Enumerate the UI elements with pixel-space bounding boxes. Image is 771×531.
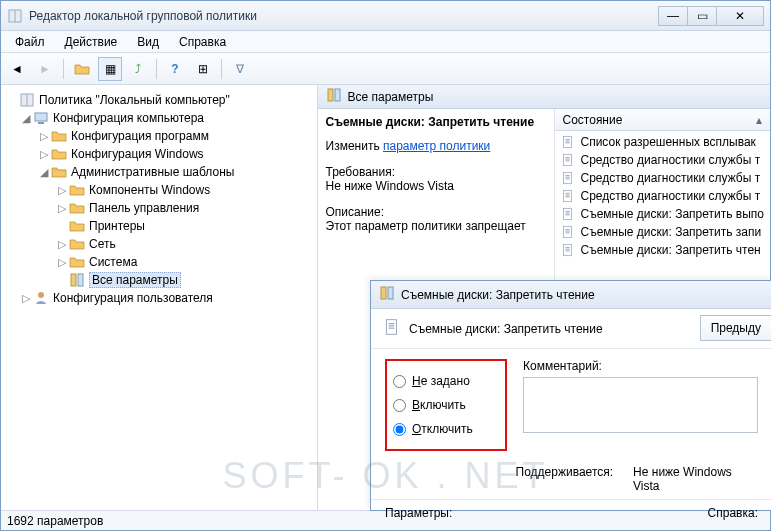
pc-icon xyxy=(33,110,49,126)
list-item[interactable]: Съемные диски: Запретить запи xyxy=(555,223,771,241)
tree-label: Конфигурация пользователя xyxy=(53,291,213,305)
tree-printers[interactable]: Принтеры xyxy=(5,217,313,235)
column-header-state[interactable]: Состояние ▴ xyxy=(555,109,771,131)
tree-root[interactable]: Политика "Локальный компьютер" xyxy=(5,91,313,109)
tree-windows-components[interactable]: ▷Компоненты Windows xyxy=(5,181,313,199)
tree-user-config[interactable]: ▷Конфигурация пользователя xyxy=(5,289,313,307)
list-item[interactable]: Средство диагностики службы т xyxy=(555,187,771,205)
menu-file[interactable]: Файл xyxy=(5,33,55,51)
list-item-label: Список разрешенных всплывак xyxy=(581,135,756,149)
tree-label: Конфигурация Windows xyxy=(71,147,204,161)
tool-folder-button[interactable] xyxy=(70,57,94,81)
dialog-header: Съемные диски: Запретить чтение Предыду xyxy=(371,309,771,349)
comment-label: Комментарий: xyxy=(523,359,758,373)
tree-label: Политика "Локальный компьютер" xyxy=(39,93,230,107)
previous-button[interactable]: Предыду xyxy=(700,315,771,341)
tree-pane: Политика "Локальный компьютер" ◢Конфигур… xyxy=(1,85,318,510)
tree-system[interactable]: ▷Система xyxy=(5,253,313,271)
settings-icon xyxy=(326,87,342,106)
arrow-right-icon: ► xyxy=(39,62,51,76)
requirements-value: Не ниже Windows Vista xyxy=(326,179,546,193)
list-item-label: Средство диагностики службы т xyxy=(581,153,761,167)
folder-icon xyxy=(69,182,85,198)
list-item-label: Съемные диски: Запретить запи xyxy=(581,225,762,239)
menu-action[interactable]: Действие xyxy=(55,33,128,51)
radio-label: Включить xyxy=(412,398,466,412)
tree-label: Все параметры xyxy=(89,272,181,288)
parameters-label: Параметры: xyxy=(385,506,452,520)
tree-computer-config[interactable]: ◢Конфигурация компьютера xyxy=(5,109,313,127)
toolbar: ◄ ► ▦ ⤴ ? ⊞ ∇ xyxy=(1,53,770,85)
minimize-button[interactable]: — xyxy=(658,6,688,26)
folder-icon xyxy=(51,164,67,180)
doc-icon xyxy=(561,243,575,257)
doc-icon xyxy=(561,171,575,185)
list-item[interactable]: Съемные диски: Запретить выпо xyxy=(555,205,771,223)
back-button[interactable]: ◄ xyxy=(5,57,29,81)
column-label: Состояние xyxy=(563,113,623,127)
tool-export-button[interactable]: ⤴ xyxy=(126,57,150,81)
folder-icon xyxy=(69,218,85,234)
filter-icon: ∇ xyxy=(236,62,244,76)
tool-list-button[interactable]: ▦ xyxy=(98,57,122,81)
tree-all-settings[interactable]: Все параметры xyxy=(5,271,313,289)
folder-icon xyxy=(51,128,67,144)
arrow-left-icon: ◄ xyxy=(11,62,23,76)
tree-program-config[interactable]: ▷Конфигурация программ xyxy=(5,127,313,145)
separator xyxy=(221,59,222,79)
doc-icon xyxy=(383,318,401,339)
help-icon: ? xyxy=(171,62,178,76)
comment-textbox[interactable] xyxy=(523,377,758,433)
help-label: Справка: xyxy=(708,506,758,520)
close-button[interactable]: ✕ xyxy=(716,6,764,26)
tree-label: Сеть xyxy=(89,237,116,251)
tree-label: Принтеры xyxy=(89,219,145,233)
radio-not-configured[interactable]: Не задано xyxy=(393,369,495,393)
chevron-up-icon: ▴ xyxy=(756,113,762,127)
tree-label: Панель управления xyxy=(89,201,199,215)
tree-network[interactable]: ▷Сеть xyxy=(5,235,313,253)
window-title: Редактор локальной групповой политики xyxy=(29,9,257,23)
tool-props-button[interactable]: ⊞ xyxy=(191,57,215,81)
folder-icon xyxy=(74,61,90,77)
settings-icon xyxy=(379,285,395,304)
menu-view[interactable]: Вид xyxy=(127,33,169,51)
radio-label: Отключить xyxy=(412,422,473,436)
list-item[interactable]: Съемные диски: Запретить чтен xyxy=(555,241,771,259)
tree-control-panel[interactable]: ▷Панель управления xyxy=(5,199,313,217)
separator xyxy=(63,59,64,79)
app-icon xyxy=(7,8,23,24)
dialog-title: Съемные диски: Запретить чтение xyxy=(401,288,595,302)
radio-enabled[interactable]: Включить xyxy=(393,393,495,417)
policy-dialog: Съемные диски: Запретить чтение Съемные … xyxy=(370,280,771,511)
doc-icon xyxy=(561,135,575,149)
dialog-titlebar: Съемные диски: Запретить чтение xyxy=(371,281,771,309)
tree-admin-templates[interactable]: ◢Административные шаблоны xyxy=(5,163,313,181)
maximize-button[interactable]: ▭ xyxy=(687,6,717,26)
book-icon xyxy=(19,92,35,108)
tree-windows-config[interactable]: ▷Конфигурация Windows xyxy=(5,145,313,163)
tree-label: Компоненты Windows xyxy=(89,183,210,197)
menu-help[interactable]: Справка xyxy=(169,33,236,51)
radio-disabled[interactable]: Отключить xyxy=(393,417,495,441)
tree-label: Конфигурация компьютера xyxy=(53,111,204,125)
right-header: Все параметры xyxy=(318,85,771,109)
settings-icon xyxy=(69,272,85,288)
policy-name: Съемные диски: Запретить чтение xyxy=(326,115,546,129)
titlebar: Редактор локальной групповой политики — … xyxy=(1,1,770,31)
list-item[interactable]: Средство диагностики службы т xyxy=(555,151,771,169)
list-item[interactable]: Список разрешенных всплывак xyxy=(555,133,771,151)
tree-label: Система xyxy=(89,255,137,269)
folder-icon xyxy=(69,254,85,270)
supported-value: Не ниже Windows Vista xyxy=(633,465,758,493)
tool-help-button[interactable]: ? xyxy=(163,57,187,81)
dialog-heading: Съемные диски: Запретить чтение xyxy=(409,322,603,336)
description-label: Описание: xyxy=(326,205,546,219)
list-item[interactable]: Средство диагностики службы т xyxy=(555,169,771,187)
edit-policy-link[interactable]: параметр политики xyxy=(383,139,490,153)
requirements-label: Требования: xyxy=(326,165,546,179)
export-icon: ⤴ xyxy=(135,62,141,76)
edit-label: Изменить xyxy=(326,139,380,153)
forward-button[interactable]: ► xyxy=(33,57,57,81)
tool-filter-button[interactable]: ∇ xyxy=(228,57,252,81)
